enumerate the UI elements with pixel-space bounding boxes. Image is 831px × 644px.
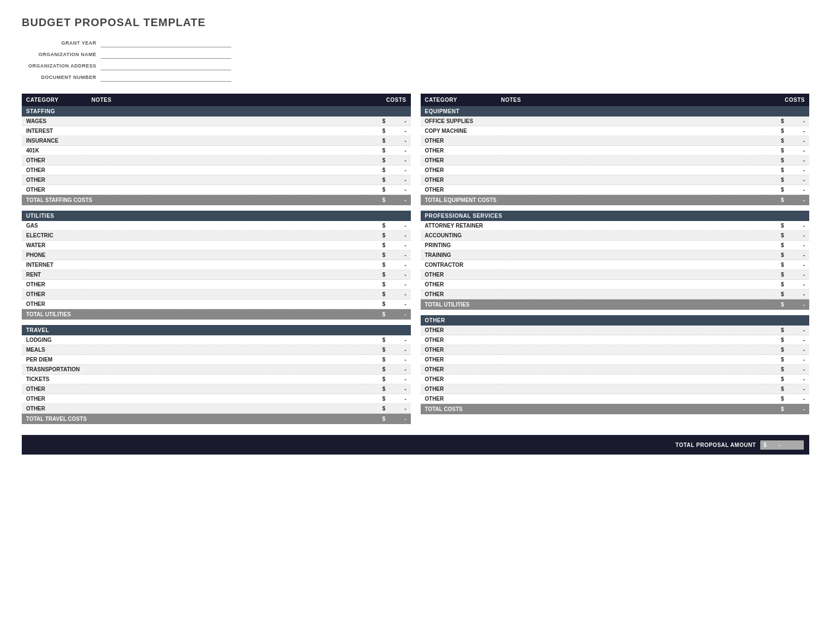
costs-cell[interactable]: $ - <box>760 290 809 299</box>
notes-cell[interactable] <box>497 146 761 156</box>
notes-cell[interactable] <box>497 231 761 241</box>
notes-cell[interactable] <box>497 185 761 195</box>
notes-cell[interactable] <box>87 384 362 394</box>
notes-cell[interactable] <box>87 250 362 260</box>
notes-cell[interactable] <box>87 156 362 165</box>
costs-cell[interactable]: $ - <box>362 345 411 355</box>
form-input-document-number[interactable] <box>101 73 231 82</box>
notes-cell[interactable] <box>87 355 362 365</box>
costs-cell[interactable]: $ - <box>362 290 411 299</box>
notes-cell[interactable] <box>497 355 761 365</box>
costs-cell[interactable]: $ - <box>760 116 809 126</box>
notes-cell[interactable] <box>497 260 761 270</box>
notes-cell[interactable] <box>497 365 761 375</box>
costs-cell[interactable]: $ - <box>760 185 809 195</box>
notes-cell[interactable] <box>497 384 761 394</box>
costs-cell[interactable]: $ - <box>362 355 411 365</box>
costs-cell[interactable]: $ - <box>362 116 411 126</box>
notes-cell[interactable] <box>87 280 362 290</box>
notes-cell[interactable] <box>497 345 761 355</box>
costs-cell[interactable]: $ - <box>760 270 809 280</box>
notes-cell[interactable] <box>497 270 761 280</box>
notes-cell[interactable] <box>497 136 761 146</box>
notes-cell[interactable] <box>497 156 761 165</box>
costs-cell[interactable]: $ - <box>760 260 809 270</box>
costs-cell[interactable]: $ - <box>760 250 809 260</box>
costs-cell[interactable]: $ - <box>362 221 411 231</box>
notes-cell[interactable] <box>87 231 362 241</box>
notes-cell[interactable] <box>87 335 362 345</box>
notes-cell[interactable] <box>497 280 761 290</box>
notes-cell[interactable] <box>87 260 362 270</box>
costs-cell[interactable]: $ - <box>760 280 809 290</box>
notes-cell[interactable] <box>87 241 362 250</box>
notes-cell[interactable] <box>87 345 362 355</box>
costs-cell[interactable]: $ - <box>362 185 411 195</box>
costs-cell[interactable]: $ - <box>760 384 809 394</box>
notes-cell[interactable] <box>497 116 761 126</box>
costs-cell[interactable]: $ - <box>362 165 411 175</box>
costs-cell[interactable]: $ - <box>362 270 411 280</box>
costs-cell[interactable]: $ - <box>362 404 411 414</box>
costs-cell[interactable]: $ - <box>362 365 411 375</box>
notes-cell[interactable] <box>87 299 362 309</box>
notes-cell[interactable] <box>87 290 362 299</box>
notes-cell[interactable] <box>497 250 761 260</box>
notes-cell[interactable] <box>87 146 362 156</box>
notes-cell[interactable] <box>87 116 362 126</box>
notes-cell[interactable] <box>497 175 761 185</box>
notes-cell[interactable] <box>87 394 362 404</box>
costs-cell[interactable]: $ - <box>362 146 411 156</box>
notes-cell[interactable] <box>497 165 761 175</box>
notes-cell[interactable] <box>497 126 761 136</box>
costs-cell[interactable]: $ - <box>760 345 809 355</box>
notes-cell[interactable] <box>497 335 761 345</box>
costs-cell[interactable]: $ - <box>362 156 411 165</box>
costs-cell[interactable]: $ - <box>362 394 411 404</box>
costs-cell[interactable]: $ - <box>362 299 411 309</box>
notes-cell[interactable] <box>497 394 761 404</box>
form-input-organization-name[interactable] <box>101 50 231 59</box>
costs-cell[interactable]: $ - <box>760 326 809 335</box>
costs-cell[interactable]: $ - <box>362 384 411 394</box>
form-input-organization-address[interactable] <box>101 62 231 70</box>
notes-cell[interactable] <box>87 165 362 175</box>
notes-cell[interactable] <box>87 175 362 185</box>
notes-cell[interactable] <box>497 221 761 231</box>
costs-cell[interactable]: $ - <box>362 375 411 384</box>
costs-cell[interactable]: $ - <box>362 175 411 185</box>
costs-cell[interactable]: $ - <box>760 221 809 231</box>
costs-cell[interactable]: $ - <box>362 280 411 290</box>
costs-cell[interactable]: $ - <box>760 335 809 345</box>
notes-cell[interactable] <box>497 241 761 250</box>
costs-cell[interactable]: $ - <box>362 126 411 136</box>
costs-cell[interactable]: $ - <box>760 365 809 375</box>
notes-cell[interactable] <box>497 375 761 384</box>
costs-cell[interactable]: $ - <box>760 231 809 241</box>
costs-cell[interactable]: $ - <box>362 136 411 146</box>
costs-cell[interactable]: $ - <box>760 136 809 146</box>
notes-cell[interactable] <box>87 126 362 136</box>
costs-cell[interactable]: $ - <box>362 335 411 345</box>
notes-cell[interactable] <box>87 365 362 375</box>
notes-cell[interactable] <box>497 326 761 335</box>
costs-cell[interactable]: $ - <box>362 231 411 241</box>
notes-cell[interactable] <box>87 270 362 280</box>
costs-cell[interactable]: $ - <box>760 156 809 165</box>
costs-cell[interactable]: $ - <box>760 165 809 175</box>
costs-cell[interactable]: $ - <box>362 260 411 270</box>
notes-cell[interactable] <box>87 185 362 195</box>
costs-cell[interactable]: $ - <box>760 355 809 365</box>
costs-cell[interactable]: $ - <box>362 241 411 250</box>
costs-cell[interactable]: $ - <box>760 375 809 384</box>
costs-cell[interactable]: $ - <box>760 146 809 156</box>
costs-cell[interactable]: $ - <box>760 394 809 404</box>
costs-cell[interactable]: $ - <box>760 126 809 136</box>
notes-cell[interactable] <box>497 290 761 299</box>
notes-cell[interactable] <box>87 221 362 231</box>
costs-cell[interactable]: $ - <box>760 241 809 250</box>
form-input-grant-year[interactable] <box>101 39 231 47</box>
notes-cell[interactable] <box>87 136 362 146</box>
notes-cell[interactable] <box>87 375 362 384</box>
notes-cell[interactable] <box>87 404 362 414</box>
